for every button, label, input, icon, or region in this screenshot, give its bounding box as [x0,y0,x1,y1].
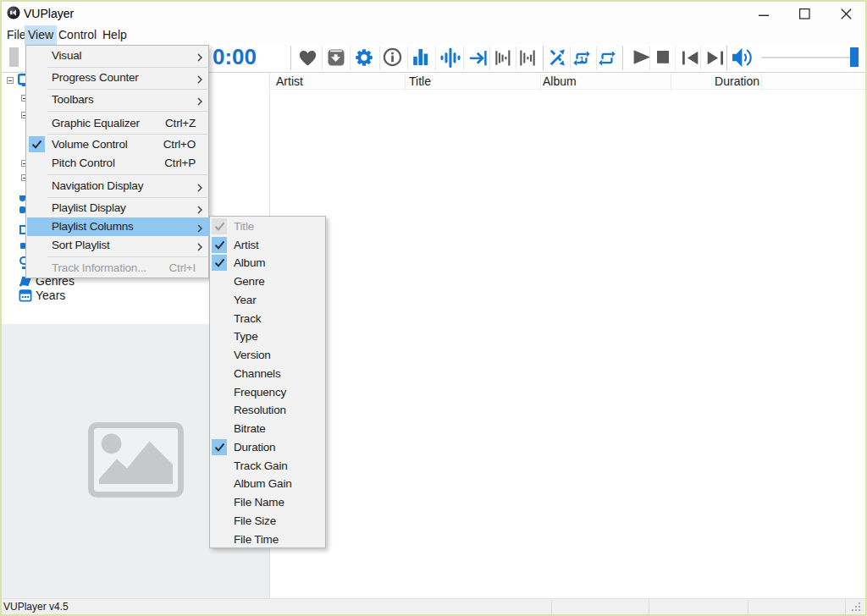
svg-text:1: 1 [580,53,585,63]
